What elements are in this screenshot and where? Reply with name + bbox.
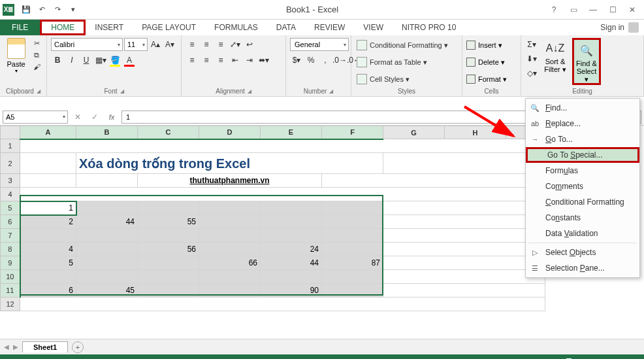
align-right-icon[interactable]: ≡: [214, 54, 227, 67]
conditional-formatting-button[interactable]: Conditional Formatting ▾: [355, 38, 449, 52]
row-header-3[interactable]: 3: [1, 174, 20, 188]
row-header-12[interactable]: 12: [1, 298, 20, 311]
decrease-font-icon[interactable]: A▾: [163, 38, 176, 51]
menu-comments[interactable]: Comments: [526, 179, 639, 194]
col-header-a[interactable]: A: [20, 126, 76, 139]
row-header-8[interactable]: 8: [1, 243, 20, 256]
cell-b5[interactable]: [76, 201, 138, 215]
menu-selection-pane[interactable]: ☰Selection Pane...: [526, 260, 639, 276]
undo-icon[interactable]: ↶: [35, 3, 48, 16]
comma-icon[interactable]: ,: [319, 54, 332, 67]
close-icon[interactable]: ✕: [623, 3, 641, 16]
cell-e8[interactable]: 24: [261, 243, 322, 256]
name-box[interactable]: A5: [3, 111, 68, 124]
row-header-4[interactable]: 4: [1, 188, 20, 201]
cell-c5[interactable]: [138, 201, 199, 215]
cell-a11[interactable]: 6: [20, 284, 76, 298]
cell-f5[interactable]: [322, 201, 383, 215]
sort-filter-button[interactable]: A↓Z Sort & Filter ▾: [541, 38, 570, 73]
decrease-indent-icon[interactable]: ⇤: [229, 54, 242, 67]
row-header-1[interactable]: 1: [1, 139, 20, 153]
align-middle-icon[interactable]: ≡: [200, 38, 213, 51]
format-as-table-button[interactable]: Format as Table ▾: [355, 55, 428, 69]
row-header-9[interactable]: 9: [1, 256, 20, 270]
percent-icon[interactable]: %: [304, 54, 317, 67]
cell-f9[interactable]: 87: [322, 256, 383, 270]
page-layout-icon[interactable]: ▤: [475, 356, 488, 359]
tab-file[interactable]: FILE: [0, 20, 40, 35]
number-format-select[interactable]: General: [290, 38, 349, 51]
tab-view[interactable]: VIEW: [354, 20, 393, 35]
tab-home[interactable]: HOME: [40, 20, 86, 35]
cell-d10[interactable]: [199, 270, 261, 284]
sign-in[interactable]: Sign in: [600, 20, 639, 35]
cell-a10[interactable]: [20, 270, 76, 284]
format-cells-button[interactable]: Format ▾: [466, 72, 507, 86]
cell-d11[interactable]: [199, 284, 261, 298]
cell-b7[interactable]: [76, 229, 138, 243]
font-color-icon[interactable]: A: [123, 54, 136, 67]
align-bottom-icon[interactable]: ≡: [214, 38, 227, 51]
paste-button[interactable]: Paste ▾: [4, 38, 28, 74]
menu-replace[interactable]: abReplace...: [526, 116, 639, 131]
cell-f10[interactable]: [322, 270, 383, 284]
menu-data-validation[interactable]: Data Validation: [526, 226, 639, 241]
menu-conditional-formatting[interactable]: Conditional Formatting: [526, 194, 639, 210]
help-icon[interactable]: ?: [545, 3, 563, 16]
cell-f8[interactable]: [322, 243, 383, 256]
cell-b11[interactable]: 45: [76, 284, 138, 298]
col-header-f[interactable]: F: [322, 126, 383, 139]
menu-constants[interactable]: Constants: [526, 210, 639, 226]
tab-insert[interactable]: INSERT: [86, 20, 133, 35]
alignment-launcher-icon[interactable]: ◢: [248, 88, 251, 94]
redo-icon[interactable]: ↷: [51, 3, 64, 16]
number-launcher-icon[interactable]: ◢: [329, 88, 333, 94]
fx-icon[interactable]: fx: [105, 111, 119, 124]
sheet-nav-prev-icon[interactable]: ◀: [4, 343, 9, 350]
menu-select-objects[interactable]: ▷Select Objects: [526, 245, 639, 260]
currency-icon[interactable]: $▾: [290, 54, 303, 67]
autosum-icon[interactable]: Σ▾: [525, 38, 538, 51]
cell-d8[interactable]: [199, 243, 261, 256]
cell-a7[interactable]: [20, 229, 76, 243]
tab-data[interactable]: DATA: [267, 20, 305, 35]
col-header-g[interactable]: G: [383, 126, 445, 139]
col-header-b[interactable]: B: [76, 126, 138, 139]
orientation-icon[interactable]: ⤢▾: [229, 38, 242, 51]
cell-e7[interactable]: [261, 229, 322, 243]
add-sheet-button[interactable]: +: [72, 341, 84, 353]
cell-b6[interactable]: 44: [76, 215, 138, 229]
tab-review[interactable]: REVIEW: [305, 20, 354, 35]
row-header-5[interactable]: 5: [1, 201, 20, 215]
clear-icon[interactable]: ◇▾: [525, 67, 538, 80]
menu-find[interactable]: 🔍Find...: [526, 100, 639, 116]
menu-goto[interactable]: →Go To...: [526, 131, 639, 147]
cell-c11[interactable]: [138, 284, 199, 298]
menu-formulas[interactable]: Formulas: [526, 163, 639, 179]
cell-c7[interactable]: [138, 229, 199, 243]
cell-e11[interactable]: 90: [261, 284, 322, 298]
select-all-corner[interactable]: [1, 126, 20, 139]
cell-c10[interactable]: [138, 270, 199, 284]
cut-icon[interactable]: ✂: [31, 38, 42, 48]
clipboard-launcher-icon[interactable]: ◢: [37, 88, 40, 94]
qat-customize-icon[interactable]: ▾: [67, 3, 80, 16]
cell-b10[interactable]: [76, 270, 138, 284]
cell-d5[interactable]: [199, 201, 261, 215]
cell-c8[interactable]: 56: [138, 243, 199, 256]
insert-cells-button[interactable]: Insert ▾: [466, 38, 502, 52]
cell-e10[interactable]: [261, 270, 322, 284]
ribbon-options-icon[interactable]: ▭: [564, 3, 583, 16]
cell-c6[interactable]: 55: [138, 215, 199, 229]
cell-b9[interactable]: [76, 256, 138, 270]
page-break-icon[interactable]: ▥: [500, 356, 513, 359]
align-center-icon[interactable]: ≡: [200, 54, 213, 67]
italic-button[interactable]: I: [65, 54, 78, 67]
cell-a8[interactable]: 4: [20, 243, 76, 256]
maximize-icon[interactable]: ☐: [604, 3, 622, 16]
fill-color-icon[interactable]: 🪣: [108, 54, 121, 67]
cell-a9[interactable]: 5: [20, 256, 76, 270]
cell-e5[interactable]: [261, 201, 322, 215]
cell-d7[interactable]: [199, 229, 261, 243]
cell-styles-button[interactable]: Cell Styles ▾: [355, 72, 411, 86]
